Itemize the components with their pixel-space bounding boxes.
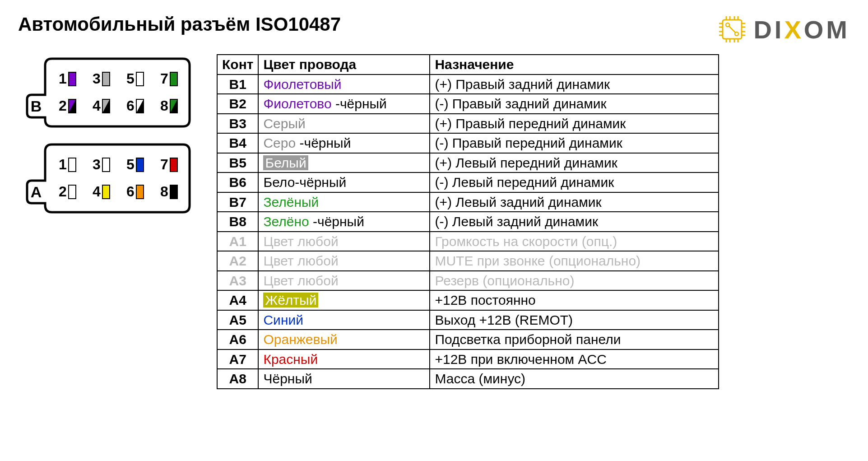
pin-cell: A1 xyxy=(217,232,258,251)
pin-cell: B3 xyxy=(217,114,258,134)
color-cell: Фиолетово -чёрный xyxy=(258,94,430,114)
svg-text:4: 4 xyxy=(93,183,101,200)
purpose-cell: (+) Левый передний динамик xyxy=(430,153,719,173)
purpose-cell: (-) Правый передний динамик xyxy=(430,133,719,153)
page-title: Автомобильный разъём ISO10487 xyxy=(18,14,341,35)
header-purpose: Назначение xyxy=(430,55,719,75)
svg-text:5: 5 xyxy=(126,156,135,172)
svg-rect-23 xyxy=(102,72,110,86)
svg-rect-25 xyxy=(136,72,144,86)
svg-rect-56 xyxy=(170,185,177,199)
logo-text: DIXOM xyxy=(753,15,850,44)
table-row: B1Фиолетовый(+) Правый задний динамик xyxy=(217,75,719,94)
pinout-table: Конт Цвет провода Назначение B1Фиолетовы… xyxy=(217,54,719,389)
pin-cell: B6 xyxy=(217,172,258,192)
svg-text:6: 6 xyxy=(126,98,135,114)
purpose-cell: +12В постоянно xyxy=(430,290,719,310)
pin-cell: A2 xyxy=(217,251,258,271)
color-cell: Цвет любой xyxy=(258,232,430,251)
pin-cell: B2 xyxy=(217,94,258,114)
svg-text:3: 3 xyxy=(93,156,101,172)
pin-cell: B8 xyxy=(217,212,258,232)
color-cell: Серо -чёрный xyxy=(258,133,430,153)
color-cell: Серый xyxy=(258,114,430,134)
table-row: B7Зелёный(+) Левый задний динамик xyxy=(217,192,719,212)
table-row: B2Фиолетово -чёрный(-) Правый задний дин… xyxy=(217,94,719,114)
table-row: A8ЧёрныйМасса (минус) xyxy=(217,369,719,389)
purpose-cell: (-) Левый передний динамик xyxy=(430,172,719,192)
svg-text:8: 8 xyxy=(160,98,168,114)
color-cell: Цвет любой xyxy=(258,251,430,271)
purpose-cell: MUTE при звонке (опционально) xyxy=(430,251,719,271)
table-row: B4Серо -чёрный(-) Правый передний динами… xyxy=(217,133,719,153)
pin-cell: A8 xyxy=(217,369,258,389)
svg-text:6: 6 xyxy=(126,183,135,200)
color-cell: Жёлтый xyxy=(258,290,430,310)
table-row: A5СинийВыход +12В (REMOT) xyxy=(217,310,719,330)
purpose-cell: Выход +12В (REMOT) xyxy=(430,310,719,330)
purpose-cell: (+) Левый задний динамик xyxy=(430,192,719,212)
color-cell: Белый xyxy=(258,153,430,173)
svg-rect-50 xyxy=(69,185,76,199)
pin-cell: B7 xyxy=(217,192,258,212)
table-row: A1Цвет любойГромкость на скорости (опц.) xyxy=(217,232,719,251)
pin-cell: B4 xyxy=(217,133,258,153)
color-cell: Зелёно -чёрный xyxy=(258,212,430,232)
pin-cell: A3 xyxy=(217,271,258,291)
table-row: A3Цвет любойРезерв (опционально) xyxy=(217,271,719,291)
color-cell: Цвет любой xyxy=(258,271,430,291)
svg-rect-44 xyxy=(102,158,110,172)
pin-cell: A5 xyxy=(217,310,258,330)
chip-icon xyxy=(716,14,748,45)
svg-rect-52 xyxy=(102,185,110,199)
svg-text:2: 2 xyxy=(59,183,67,200)
header-color: Цвет провода xyxy=(258,55,430,75)
purpose-cell: Резерв (опционально) xyxy=(430,271,719,291)
purpose-cell: Громкость на скорости (опц.) xyxy=(430,232,719,251)
svg-text:3: 3 xyxy=(93,70,101,87)
svg-text:1: 1 xyxy=(59,70,67,87)
svg-rect-46 xyxy=(136,158,144,172)
svg-rect-48 xyxy=(170,158,177,172)
pin-cell: B1 xyxy=(217,75,258,94)
pin-cell: A4 xyxy=(217,290,258,310)
svg-rect-54 xyxy=(136,185,144,199)
table-row: B3Серый(+) Правый передний динамик xyxy=(217,114,719,134)
svg-text:1: 1 xyxy=(59,156,67,172)
table-row: B8Зелёно -чёрный(-) Левый задний динамик xyxy=(217,212,719,232)
svg-text:2: 2 xyxy=(59,98,67,114)
purpose-cell: Подсветка приборной панели xyxy=(430,330,719,349)
table-row: B5Белый(+) Левый передний динамик xyxy=(217,153,719,173)
color-cell: Оранжевый xyxy=(258,330,430,349)
color-cell: Чёрный xyxy=(258,369,430,389)
svg-text:7: 7 xyxy=(160,70,168,87)
pin-cell: A7 xyxy=(217,349,258,369)
svg-text:4: 4 xyxy=(93,98,101,114)
dixom-logo: DIXOM xyxy=(716,14,850,45)
svg-text:A: A xyxy=(31,183,42,200)
svg-rect-42 xyxy=(69,158,76,172)
svg-text:B: B xyxy=(31,98,42,115)
purpose-cell: +12В при включенном ACC xyxy=(430,349,719,369)
color-cell: Фиолетовый xyxy=(258,75,430,94)
color-cell: Синий xyxy=(258,310,430,330)
connector-diagram: B13572468A13572468 xyxy=(18,54,203,230)
purpose-cell: (+) Правый передний динамик xyxy=(430,114,719,134)
svg-rect-27 xyxy=(170,72,177,86)
svg-text:7: 7 xyxy=(160,156,168,172)
svg-text:8: 8 xyxy=(160,183,168,200)
table-row: A7Красный+12В при включенном ACC xyxy=(217,349,719,369)
color-cell: Бело-чёрный xyxy=(258,172,430,192)
purpose-cell: (-) Правый задний динамик xyxy=(430,94,719,114)
table-row: A6ОранжевыйПодсветка приборной панели xyxy=(217,330,719,349)
color-cell: Зелёный xyxy=(258,192,430,212)
color-cell: Красный xyxy=(258,349,430,369)
purpose-cell: Масса (минус) xyxy=(430,369,719,389)
svg-text:5: 5 xyxy=(126,70,135,87)
pin-cell: A6 xyxy=(217,330,258,349)
purpose-cell: (-) Левый задний динамик xyxy=(430,212,719,232)
table-row: A4Жёлтый+12В постоянно xyxy=(217,290,719,310)
table-row: A2Цвет любойMUTE при звонке (опционально… xyxy=(217,251,719,271)
purpose-cell: (+) Правый задний динамик xyxy=(430,75,719,94)
header-pin: Конт xyxy=(217,55,258,75)
